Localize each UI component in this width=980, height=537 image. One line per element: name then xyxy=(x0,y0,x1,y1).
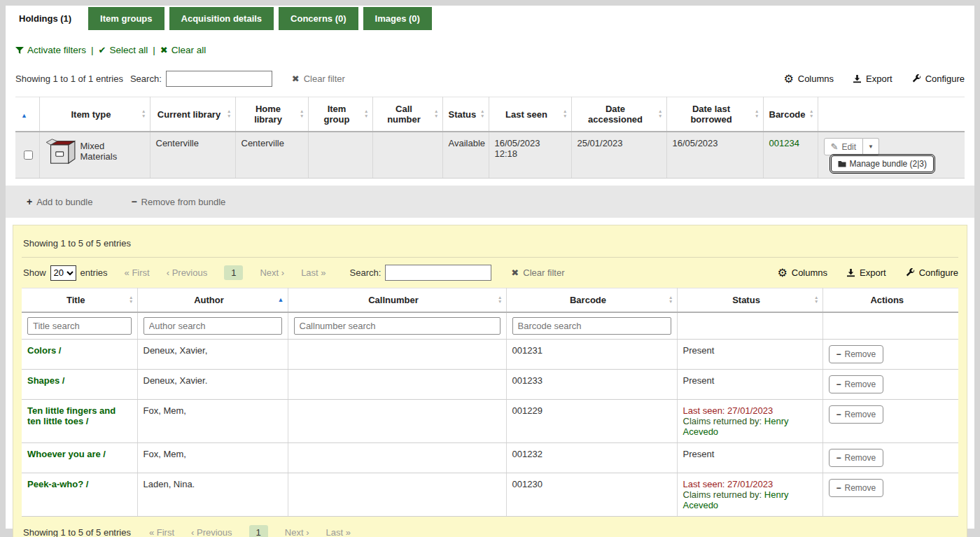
activate-filters-link[interactable]: Activate filters xyxy=(15,45,86,55)
bundle-header-row: Title▲▼ Author▲ Callnumber▲▼ Barcode▲▼ S… xyxy=(22,288,958,313)
holdings-table: ▲ Item type▲▼ Current library▲▼ Home lib… xyxy=(15,97,965,179)
author-search-input[interactable] xyxy=(144,317,282,335)
page-size-select[interactable]: 20 xyxy=(50,265,76,281)
column-call-number[interactable]: Call number▲▼ xyxy=(372,97,442,132)
callnumber-search-input[interactable] xyxy=(294,317,500,335)
x-icon: ✖ xyxy=(511,267,519,278)
remove-from-bundle-button[interactable]: − Remove from bundle xyxy=(131,196,225,207)
add-to-bundle-button[interactable]: + Add to bundle xyxy=(27,196,92,207)
remove-button[interactable]: −Remove xyxy=(829,479,884,497)
columns-button[interactable]: ⚙ Columns xyxy=(783,74,834,85)
table-row: Shapes / Deneux, Xavier. 001233 Present … xyxy=(22,370,958,400)
select-all-link[interactable]: ✔ Select all xyxy=(99,45,148,55)
title-link[interactable]: Shapes / xyxy=(27,375,64,386)
barcode-search-input[interactable] xyxy=(512,317,671,335)
column-select[interactable]: ▲ xyxy=(15,97,39,132)
column-status[interactable]: Status▲▼ xyxy=(442,97,489,132)
pagination-next[interactable]: Next › xyxy=(260,267,284,278)
tab-item-groups[interactable]: Item groups xyxy=(88,7,164,30)
remove-button[interactable]: −Remove xyxy=(829,375,884,393)
column-barcode[interactable]: Barcode▲▼ xyxy=(506,288,677,313)
pagination-first[interactable]: « First xyxy=(125,267,150,278)
sort-icon: ▲▼ xyxy=(480,109,484,119)
sort-icon: ▲▼ xyxy=(498,295,502,305)
date-accessioned-value: 25/01/2023 xyxy=(571,132,666,179)
sort-icon: ▲▼ xyxy=(141,109,146,119)
download-icon xyxy=(846,268,855,277)
mixed-materials-icon xyxy=(46,138,76,165)
export-button[interactable]: Export xyxy=(846,267,886,278)
column-last-seen[interactable]: Last seen▲▼ xyxy=(489,97,571,132)
sort-icon: ▲▼ xyxy=(563,109,567,119)
page: Holdings (1) Item groups Acquisition det… xyxy=(0,0,980,537)
sort-icon: ▲▼ xyxy=(129,295,133,305)
title-link[interactable]: Peek-a-who? / xyxy=(27,479,88,489)
column-date-last-borrowed[interactable]: Date last borrowed▲▼ xyxy=(666,97,763,132)
pagination-next[interactable]: Next › xyxy=(285,527,309,537)
caret-down-icon: ▼ xyxy=(868,144,874,150)
column-item-type[interactable]: Item type▲▼ xyxy=(39,97,150,132)
download-icon xyxy=(853,74,862,83)
callnumber-value xyxy=(288,473,506,517)
row-checkbox[interactable] xyxy=(24,151,33,160)
configure-button[interactable]: Configure xyxy=(911,74,965,84)
configure-button[interactable]: Configure xyxy=(905,267,958,278)
remove-button[interactable]: −Remove xyxy=(829,345,884,363)
bundle-search-input[interactable] xyxy=(385,265,491,281)
column-home-library[interactable]: Home library▲▼ xyxy=(235,97,308,132)
title-link[interactable]: Ten little fingers and ten little toes / xyxy=(27,405,115,426)
gear-icon: ⚙ xyxy=(777,267,787,279)
pagination-last[interactable]: Last » xyxy=(301,267,326,278)
separator: | xyxy=(153,45,155,55)
title-link[interactable]: Colors / xyxy=(27,345,61,356)
bundle-action-bar: + Add to bundle − Remove from bundle xyxy=(6,186,974,218)
remove-button[interactable]: −Remove xyxy=(829,449,884,467)
remove-button[interactable]: −Remove xyxy=(829,405,884,424)
tab-images[interactable]: Images (0) xyxy=(363,7,432,30)
author-value: Fox, Mem, xyxy=(137,443,288,473)
table-row: Whoever you are / Fox, Mem, 001232 Prese… xyxy=(22,443,958,473)
column-status[interactable]: Status▲▼ xyxy=(677,288,822,313)
pagination-previous[interactable]: ‹ Previous xyxy=(191,527,232,537)
tab-acquisition-details[interactable]: Acquisition details xyxy=(169,7,274,30)
barcode-link[interactable]: 001234 xyxy=(769,138,799,148)
tab-holdings[interactable]: Holdings (1) xyxy=(7,7,83,30)
title-link[interactable]: Whoever you are / xyxy=(27,449,106,459)
sort-asc-icon: ▲ xyxy=(21,112,27,119)
edit-button[interactable]: ✎ Edit xyxy=(824,138,864,155)
callnumber-value xyxy=(288,443,506,473)
author-value: Deneux, Xavier. xyxy=(137,370,288,400)
column-title[interactable]: Title▲▼ xyxy=(22,288,137,313)
edit-dropdown-toggle[interactable]: ▼ xyxy=(863,138,879,155)
status-claims-label: Claims returned by: xyxy=(683,489,762,500)
export-button[interactable]: Export xyxy=(853,74,892,84)
holdings-showing-entries: Showing 1 to 1 of 1 entries xyxy=(15,74,123,84)
bundle-filter-row xyxy=(22,312,958,340)
pagination-last[interactable]: Last » xyxy=(326,527,351,537)
manage-bundle-button[interactable]: Manage bundle (2|3) xyxy=(831,155,934,172)
call-number-value xyxy=(372,132,442,179)
bundle-clear-filter[interactable]: ✖ Clear filter xyxy=(511,267,564,278)
item-group-value xyxy=(308,132,372,179)
column-author[interactable]: Author▲ xyxy=(137,288,288,313)
search-label: Search: xyxy=(350,267,382,278)
pagination-page-1[interactable]: 1 xyxy=(249,525,268,537)
pagination-previous[interactable]: ‹ Previous xyxy=(167,267,208,278)
bundle-table: Title▲▼ Author▲ Callnumber▲▼ Barcode▲▼ S… xyxy=(22,288,958,517)
title-search-input[interactable] xyxy=(27,317,132,335)
sort-icon: ▲▼ xyxy=(755,109,759,119)
pagination-page-1[interactable]: 1 xyxy=(224,265,243,280)
column-item-group[interactable]: Item group▲▼ xyxy=(308,97,372,132)
pagination-first[interactable]: « First xyxy=(149,527,174,537)
column-barcode[interactable]: Barcode▲▼ xyxy=(763,97,818,132)
column-current-library[interactable]: Current library▲▼ xyxy=(150,97,235,132)
status-value: Last seen: 27/01/2023 Claims returned by… xyxy=(677,400,822,443)
column-actions: Actions xyxy=(822,288,958,313)
holdings-clear-filter[interactable]: ✖ Clear filter xyxy=(292,74,345,84)
column-date-accessioned[interactable]: Date accessioned▲▼ xyxy=(571,97,666,132)
tab-concerns[interactable]: Concerns (0) xyxy=(279,7,358,30)
columns-button[interactable]: ⚙ Columns xyxy=(777,267,827,279)
clear-all-link[interactable]: ✖ Clear all xyxy=(160,45,206,55)
column-callnumber[interactable]: Callnumber▲▼ xyxy=(288,288,506,313)
holdings-search-input[interactable] xyxy=(166,71,272,87)
